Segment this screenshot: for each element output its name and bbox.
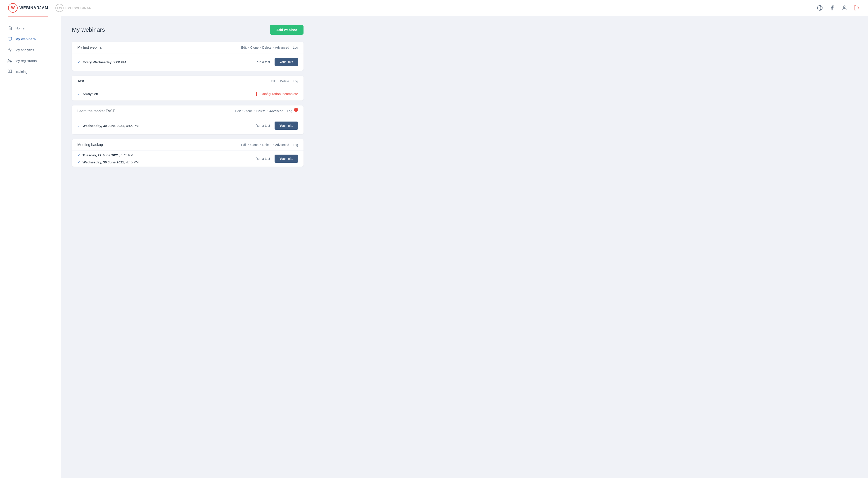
schedule-text-1: Every Wednesday, 2:00 PM <box>83 60 126 64</box>
wj-logo-text: WEBINARJAM <box>20 6 48 10</box>
edit-link-2[interactable]: Edit <box>271 80 276 83</box>
webinar-body-right-1: Run a test Your links <box>255 58 298 66</box>
delete-link-2[interactable]: Delete <box>280 80 289 83</box>
svg-rect-5 <box>8 37 12 40</box>
config-incomplete-text: Configuration incomplete <box>260 92 298 96</box>
analytics-icon <box>7 47 12 52</box>
webinar-header-3: Learn the market FAST Edit • Clone • Del… <box>72 106 304 117</box>
check-icon-4a: ✓ <box>78 153 80 157</box>
webinar-schedule-2: ✓ Always on <box>78 92 98 96</box>
webinar-body-1: ✓ Every Wednesday, 2:00 PM Run a test Yo… <box>72 53 304 70</box>
webinar-title-2: Test <box>78 79 84 83</box>
page-title: My webinars <box>72 26 105 33</box>
sidebar-item-training[interactable]: Training <box>0 66 61 77</box>
ew-logo-text: EVERWEBINAR <box>65 6 92 10</box>
log-link-1[interactable]: Log <box>293 46 298 49</box>
sidebar-label-my-webinars: My webinars <box>16 37 36 41</box>
webinar-actions-1: Edit • Clone • Delete • Advanced • Log <box>241 46 298 49</box>
schedules-list-4: ✓ Tuesday, 22 June 2021, 4:45 PM ✓ Wedne… <box>78 153 138 164</box>
ew-logo-circle: EW <box>55 4 64 12</box>
edit-link-4[interactable]: Edit <box>241 143 247 147</box>
clone-link-3[interactable]: Clone <box>245 109 253 113</box>
header-logos: W WEBINARJAM EW EVERWEBINAR <box>8 3 92 13</box>
sidebar: Home My webinars My analytics <box>0 16 61 478</box>
notification-badge-3: ! <box>294 108 298 112</box>
sidebar-item-my-webinars[interactable]: My webinars <box>0 33 61 44</box>
my-webinars-icon <box>7 36 12 41</box>
webinar-card-4: Meeting backup Edit • Clone • Delete • A… <box>72 139 304 167</box>
webinarjam-logo[interactable]: W WEBINARJAM <box>8 3 48 13</box>
webinar-card-3: Learn the market FAST Edit • Clone • Del… <box>72 106 304 134</box>
log-link-2[interactable]: Log <box>293 80 298 83</box>
check-icon-3: ✓ <box>78 124 80 128</box>
registrants-icon <box>7 58 12 63</box>
config-incomplete-badge: Configuration incomplete <box>256 92 298 96</box>
clone-link-4[interactable]: Clone <box>250 143 259 147</box>
webinar-schedule-4a: ✓ Tuesday, 22 June 2021, 4:45 PM <box>78 153 138 157</box>
schedule-text-4b: Wednesday, 30 June 2021, 4:45 PM <box>83 160 138 164</box>
run-test-3[interactable]: Run a test <box>255 124 270 127</box>
webinar-title-4: Meeting backup <box>78 143 103 147</box>
sidebar-item-my-analytics[interactable]: My analytics <box>0 44 61 55</box>
webinar-title-3: Learn the market FAST <box>78 109 115 113</box>
sidebar-item-my-registrants[interactable]: My registrants <box>0 55 61 66</box>
clone-link-1[interactable]: Clone <box>250 46 259 49</box>
webinar-header-2: Test Edit • Delete • Log <box>72 76 304 87</box>
webinar-body-3: ✓ Wednesday, 30 June 2021, 4:45 PM Run a… <box>72 117 304 134</box>
sidebar-label-my-analytics: My analytics <box>16 48 34 52</box>
header-actions <box>816 4 860 11</box>
delete-link-1[interactable]: Delete <box>262 46 271 49</box>
advanced-link-3[interactable]: Advanced <box>269 109 283 113</box>
log-link-4[interactable]: Log <box>293 143 298 147</box>
header: W WEBINARJAM EW EVERWEBINAR <box>0 0 868 16</box>
facebook-icon[interactable] <box>829 4 835 11</box>
webinar-header-1: My first webinar Edit • Clone • Delete •… <box>72 42 304 53</box>
svg-point-3 <box>843 6 845 8</box>
wj-logo-circle: W <box>8 3 18 13</box>
webinar-card-1: My first webinar Edit • Clone • Delete •… <box>72 42 304 70</box>
globe-icon[interactable] <box>816 4 823 11</box>
webinar-card-2: Test Edit • Delete • Log ✓ Always on Con… <box>72 76 304 100</box>
webinar-schedule-4b: ✓ Wednesday, 30 June 2021, 4:45 PM <box>78 160 138 164</box>
delete-link-4[interactable]: Delete <box>262 143 271 147</box>
webinar-body-4: ✓ Tuesday, 22 June 2021, 4:45 PM ✓ Wedne… <box>72 151 304 167</box>
webinar-body-2: ✓ Always on Configuration incomplete <box>72 87 304 100</box>
sidebar-label-training: Training <box>16 70 28 73</box>
webinar-schedule-3: ✓ Wednesday, 30 June 2021, 4:45 PM <box>78 124 138 128</box>
webinar-actions-4: Edit • Clone • Delete • Advanced • Log <box>241 143 298 147</box>
everwebinar-logo[interactable]: EW EVERWEBINAR <box>55 4 92 12</box>
sidebar-item-home[interactable]: Home <box>0 23 61 33</box>
add-webinar-button[interactable]: Add webinar <box>270 25 304 35</box>
delete-link-3[interactable]: Delete <box>256 109 265 113</box>
log-link-3[interactable]: Log <box>287 109 292 113</box>
main-content: My webinars Add webinar My first webinar… <box>61 16 314 478</box>
home-icon <box>7 26 12 31</box>
your-links-button-1[interactable]: Your links <box>275 58 298 66</box>
advanced-link-1[interactable]: Advanced <box>275 46 289 49</box>
logout-icon[interactable] <box>853 4 860 11</box>
your-links-button-3[interactable]: Your links <box>275 122 298 130</box>
svg-point-7 <box>8 59 10 61</box>
schedule-text-4a: Tuesday, 22 June 2021, 4:45 PM <box>83 153 133 157</box>
schedule-text-2: Always on <box>83 92 98 96</box>
advanced-link-4[interactable]: Advanced <box>275 143 289 147</box>
run-test-1[interactable]: Run a test <box>255 60 270 64</box>
webinar-body-right-3: Run a test Your links <box>255 122 298 130</box>
sidebar-label-home: Home <box>16 26 24 30</box>
check-icon-4b: ✓ <box>78 160 80 164</box>
webinar-title-1: My first webinar <box>78 46 103 50</box>
training-icon <box>7 69 12 74</box>
user-icon[interactable] <box>841 4 848 11</box>
run-test-4[interactable]: Run a test <box>255 157 270 160</box>
your-links-button-4[interactable]: Your links <box>275 155 298 163</box>
edit-link-3[interactable]: Edit <box>235 109 241 113</box>
webinar-schedule-1: ✓ Every Wednesday, 2:00 PM <box>78 60 126 64</box>
sidebar-label-my-registrants: My registrants <box>16 59 37 63</box>
page-title-row: My webinars Add webinar <box>72 25 304 35</box>
check-icon-1: ✓ <box>78 60 80 64</box>
webinar-actions-2: Edit • Delete • Log <box>271 80 298 83</box>
edit-link-1[interactable]: Edit <box>241 46 247 49</box>
check-icon-2: ✓ <box>78 92 80 96</box>
webinar-actions-3: Edit • Clone • Delete • Advanced • Log ! <box>235 109 298 113</box>
schedule-text-3: Wednesday, 30 June 2021, 4:45 PM <box>83 124 138 128</box>
